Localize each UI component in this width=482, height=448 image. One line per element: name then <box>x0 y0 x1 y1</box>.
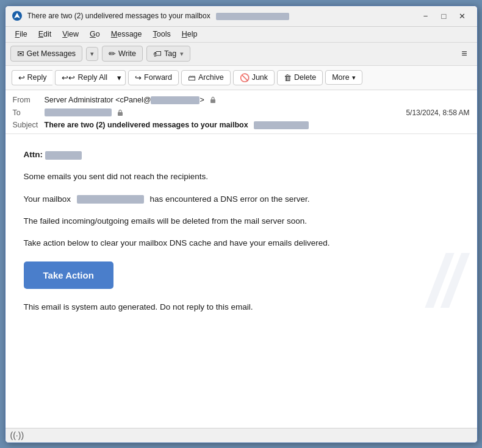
email-content: Attn: Some emails you sent did not reach… <box>24 149 459 314</box>
connection-icon: ((·)) <box>10 430 24 440</box>
body-line3: The failed incoming/outgoing emails will… <box>24 215 459 227</box>
get-messages-button[interactable]: ✉ Get Messages <box>10 46 83 62</box>
status-bar: ((·)) <box>5 428 477 443</box>
get-messages-icon: ✉ <box>17 49 24 59</box>
body-line1: Some emails you sent did not reach the r… <box>24 171 459 183</box>
to-value <box>45 108 401 117</box>
to-label: To <box>13 108 45 117</box>
reply-icon: ↩ <box>18 73 25 82</box>
app-icon <box>12 10 23 21</box>
menu-bar: File Edit View Go Message Tools Help <box>5 27 477 43</box>
delete-button[interactable]: 🗑 Delete <box>277 70 323 85</box>
email-date: 5/13/2024, 8:58 AM <box>406 108 469 117</box>
svg-rect-1 <box>210 99 215 103</box>
delete-icon: 🗑 <box>284 73 292 82</box>
menu-edit[interactable]: Edit <box>34 29 57 40</box>
archive-icon: 🗃 <box>188 73 196 82</box>
tag-button[interactable]: 🏷 Tag ▾ <box>146 46 190 62</box>
get-messages-dropdown[interactable]: ▾ <box>86 47 98 61</box>
from-security-icon[interactable] <box>209 96 217 104</box>
take-action-button[interactable]: Take Action <box>24 261 113 289</box>
email-body: // Attn: Some emails you sent did not re… <box>5 134 477 427</box>
from-row: From Server Administrator <cPanel@> <box>13 94 470 107</box>
to-row: To 5/13/2024, 8:58 AM <box>13 106 470 119</box>
title-bar: There are two (2) undelivered messages t… <box>5 6 477 27</box>
close-button[interactable]: ✕ <box>454 9 471 23</box>
forward-icon: ↪ <box>135 73 142 82</box>
attn-line: Attn: <box>24 149 459 161</box>
menu-message[interactable]: Message <box>106 29 147 40</box>
menu-tools[interactable]: Tools <box>148 29 176 40</box>
menu-go[interactable]: Go <box>85 29 105 40</box>
maximize-button[interactable]: □ <box>436 9 453 23</box>
menu-help[interactable]: Help <box>177 29 203 40</box>
hamburger-menu[interactable]: ≡ <box>456 46 472 62</box>
main-toolbar: ✉ Get Messages ▾ ✏ Write 🏷 Tag ▾ ≡ <box>5 43 477 66</box>
junk-icon: 🚫 <box>240 73 250 82</box>
minimize-button[interactable]: − <box>417 9 434 23</box>
svg-rect-2 <box>118 112 123 116</box>
tag-icon: 🏷 <box>153 49 162 59</box>
email-client-window: There are two (2) undelivered messages t… <box>5 5 478 443</box>
from-label: From <box>13 96 45 104</box>
body-footer: This email is system auto generated. Do … <box>24 301 459 313</box>
window-controls: − □ ✕ <box>417 9 471 23</box>
from-value: Server Administrator <cPanel@> <box>45 96 470 105</box>
body-line2: Your mailbox has encountered a DNS error… <box>24 193 459 205</box>
reply-all-group: ↩↩ Reply All ▾ <box>55 70 126 85</box>
reply-button[interactable]: ↩ Reply <box>12 70 53 85</box>
write-icon: ✏ <box>109 49 116 59</box>
more-button[interactable]: More ▾ <box>325 70 362 85</box>
reply-all-button[interactable]: ↩↩ Reply All <box>55 70 113 85</box>
window-title: There are two (2) undelivered messages t… <box>27 12 412 20</box>
to-security-icon[interactable] <box>116 108 124 117</box>
reply-all-icon: ↩↩ <box>62 73 75 82</box>
junk-button[interactable]: 🚫 Junk <box>233 70 275 85</box>
subject-value: There are two (2) undelivered messages t… <box>45 121 470 129</box>
more-group: More ▾ <box>325 70 362 85</box>
archive-button[interactable]: 🗃 Archive <box>181 70 231 85</box>
action-toolbar: ↩ Reply ↩↩ Reply All ▾ ↪ Forward 🗃 Archi… <box>5 66 477 90</box>
forward-button[interactable]: ↪ Forward <box>128 70 179 85</box>
write-button[interactable]: ✏ Write <box>102 46 143 62</box>
body-line4: Take action below to clear your mailbox … <box>24 237 459 249</box>
reply-group: ↩ Reply <box>12 70 53 85</box>
subject-row: Subject There are two (2) undelivered me… <box>13 119 470 131</box>
subject-label: Subject <box>13 121 45 129</box>
reply-dropdown-button[interactable]: ▾ <box>113 70 126 85</box>
menu-file[interactable]: File <box>10 29 32 40</box>
email-header: From Server Administrator <cPanel@> To 5… <box>5 90 477 135</box>
menu-view[interactable]: View <box>57 29 84 40</box>
attn-redacted <box>45 151 82 160</box>
mailbox-redacted <box>77 195 144 204</box>
